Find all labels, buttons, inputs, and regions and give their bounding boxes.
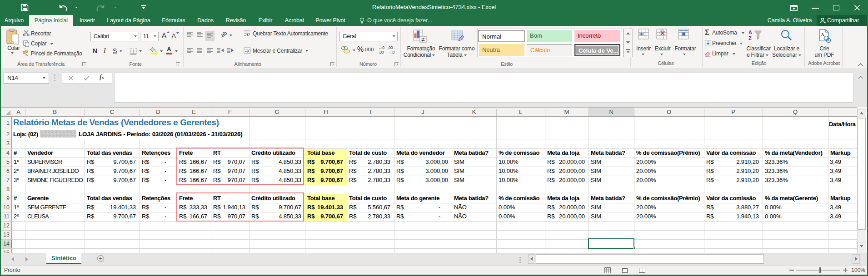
svg-text:Z: Z	[748, 35, 752, 41]
svg-text:≠: ≠	[421, 36, 425, 43]
svg-text:A: A	[748, 30, 752, 35]
svg-text:A: A	[821, 32, 824, 37]
